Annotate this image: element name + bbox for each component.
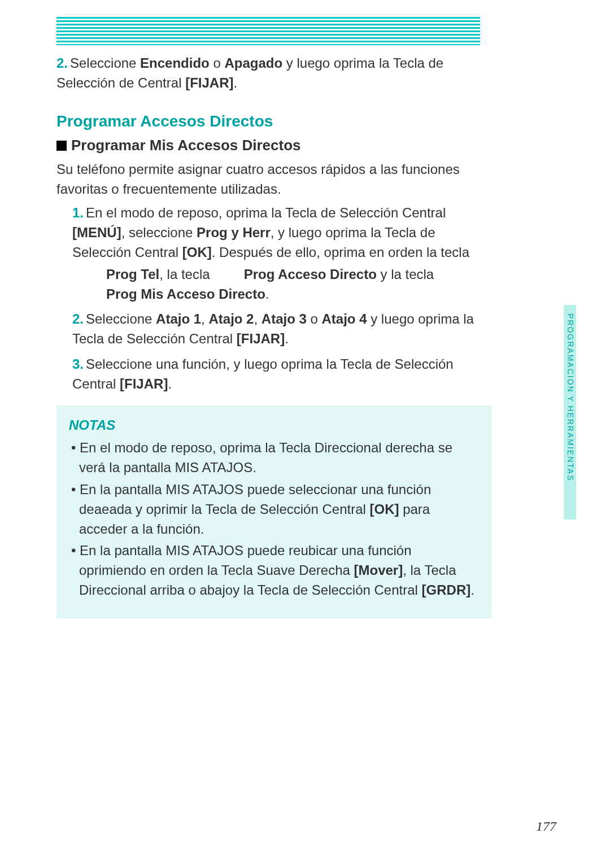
- square-icon: [56, 141, 67, 151]
- text: o: [210, 55, 225, 71]
- note-item: • En la pantalla MIS ATAJOS puede reubic…: [69, 541, 479, 600]
- bold: [MENÚ]: [72, 225, 121, 240]
- bold: [FIJAR]: [120, 376, 168, 391]
- step-2: 2.Seleccione Atajo 1, Atajo 2, Atajo 3 o…: [56, 309, 491, 349]
- bold: Prog y Herr: [197, 225, 271, 240]
- note-item: • En el modo de reposo, oprima la Tecla …: [69, 438, 479, 478]
- step-number: 3.: [72, 356, 84, 372]
- bold: Apagado: [224, 55, 282, 71]
- step-3: 3.Seleccione una función, y luego oprima…: [56, 355, 491, 394]
- text: ,: [201, 311, 208, 326]
- text: .: [470, 582, 474, 597]
- step-number: 2.: [72, 311, 84, 326]
- note-item: • En la pantalla MIS ATAJOS puede selecc…: [69, 480, 479, 539]
- step-1-sub: Prog Tel, la tecla Prog Acceso Directo y…: [72, 265, 491, 304]
- bold: Prog Acceso Directo: [244, 267, 377, 282]
- bold: Atajo 4: [322, 311, 367, 326]
- text: .: [265, 286, 269, 302]
- bold: Atajo 3: [262, 311, 307, 326]
- text: , seleccione: [121, 225, 197, 240]
- bold: Atajo 1: [156, 311, 201, 326]
- bold: [FIJAR]: [185, 75, 233, 90]
- bold: Encendido: [140, 55, 210, 71]
- bold: [GRDR]: [422, 582, 471, 597]
- bold: Prog Mis Acceso Directo: [106, 286, 265, 302]
- section-heading: Programar Accesos Directos: [56, 110, 491, 133]
- step-1: 1.En el modo de reposo, oprima la Tecla …: [56, 203, 491, 304]
- page-number: 177: [536, 819, 556, 834]
- text: Seleccione: [70, 55, 140, 71]
- text: . Después de ello, oprima en orden la te…: [212, 245, 469, 260]
- subsection-text: Programar Mis Accesos Directos: [71, 137, 301, 154]
- bold: Prog Tel: [106, 267, 159, 282]
- text: .: [285, 331, 289, 346]
- step-number: 1.: [72, 205, 84, 220]
- bold: [OK]: [370, 501, 399, 517]
- text: .: [233, 75, 237, 90]
- text: Seleccione: [86, 311, 156, 326]
- text: o: [307, 311, 322, 326]
- page-content: 2.Seleccione Encendido o Apagado y luego…: [56, 54, 491, 618]
- notes-box: NOTAS • En el modo de reposo, oprima la …: [56, 405, 491, 618]
- text: , la tecla: [159, 267, 213, 282]
- text: ,: [254, 311, 261, 326]
- intro-step: 2.Seleccione Encendido o Apagado y luego…: [56, 54, 491, 93]
- bold: [OK]: [182, 245, 212, 260]
- bold: Atajo 2: [208, 311, 254, 326]
- bold: [Mover]: [354, 562, 403, 578]
- header-stripes: [56, 17, 480, 45]
- text: En el modo de reposo, oprima la Tecla Di…: [79, 440, 452, 475]
- notes-title: NOTAS: [69, 416, 479, 435]
- bold: [FIJAR]: [237, 331, 285, 346]
- side-section-label: PROGRAMACION Y HERRAMIENTAS: [566, 313, 575, 481]
- step-number: 2.: [56, 55, 68, 71]
- text: En el modo de reposo, oprima la Tecla de…: [86, 205, 446, 220]
- section-description: Su teléfono permite asignar cuatro acces…: [56, 160, 491, 199]
- text: y la tecla: [377, 267, 434, 282]
- subsection-heading: Programar Mis Accesos Directos: [56, 135, 491, 156]
- text: .: [168, 376, 172, 391]
